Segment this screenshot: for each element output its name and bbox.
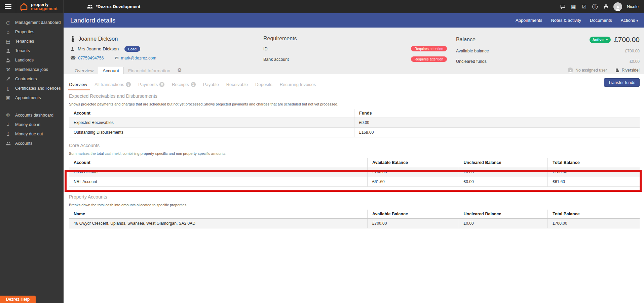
- nav-documents[interactable]: Documents: [590, 18, 612, 23]
- gauge-icon: ◷: [5, 20, 11, 25]
- gear-icon[interactable]: ⚙: [177, 67, 182, 73]
- workspace-name: *Dezrez Development: [96, 4, 140, 9]
- table-row: Expected Receivables £0.00: [69, 118, 640, 127]
- available-balance-value: £700.00: [625, 49, 640, 53]
- sidebar-item-money-due-out[interactable]: ↥ Money due out: [0, 129, 64, 139]
- requirement-bank-label: Bank account: [263, 57, 289, 62]
- subtab-receipts[interactable]: Receipts1: [172, 82, 196, 87]
- assigned-user[interactable]: No assigned user: [568, 68, 607, 73]
- subtab-recurring-invoices[interactable]: Recurring Invoices: [280, 82, 316, 87]
- workspace-switcher[interactable]: *Dezrez Development: [87, 4, 140, 9]
- section-title: Property Accounts: [69, 194, 640, 200]
- email-link[interactable]: mark@dezrez.com: [121, 56, 156, 60]
- alerts-icon[interactable]: !: [592, 4, 598, 10]
- sidebar-item-accounts[interactable]: Accounts: [0, 139, 64, 148]
- sidebar-item-management-dashboard[interactable]: ◷ Management dashboard: [0, 18, 64, 27]
- sidebar-item-contractors[interactable]: Contractors: [0, 74, 64, 84]
- subtab-receivable[interactable]: Receivable: [226, 82, 248, 87]
- office-building-icon: [615, 68, 619, 73]
- sidebar-item-accounts-dashboard[interactable]: © Accounts dashboard: [0, 111, 64, 120]
- column-header: Total Balance: [548, 158, 640, 167]
- landlord-identity: Joanne Dickson Mrs Joanne Dickson Lead ☎…: [70, 36, 156, 60]
- subtab-payable[interactable]: Payable: [203, 82, 219, 87]
- landlord-name: Joanne Dickson: [78, 36, 118, 42]
- female-person-icon: [70, 36, 75, 42]
- count-badge: 1: [191, 82, 196, 87]
- envelope-icon: ✉: [115, 55, 119, 60]
- subtab-deposits[interactable]: Deposits: [255, 82, 272, 87]
- column-header: Total Balance: [548, 210, 640, 218]
- requirement-id-label: ID: [263, 47, 268, 51]
- sidebar-item-appointments[interactable]: ▣ Appointments: [0, 93, 64, 102]
- column-header: Funds: [354, 109, 640, 118]
- sidebar-item-landlords[interactable]: Landlords: [0, 55, 64, 65]
- expected-receivables-section: Expected Receivables and Disbursements S…: [69, 93, 640, 137]
- lead-badge[interactable]: Lead: [124, 46, 140, 52]
- person-key-icon: [5, 58, 11, 62]
- coin-icon: ©: [5, 113, 11, 118]
- cash-account-row: Cash Account £700.00 £0.00 £700.00: [69, 167, 640, 177]
- hamburger-menu-icon[interactable]: [0, 0, 16, 13]
- app-window: property management *Dezrez Development …: [0, 0, 644, 303]
- certificate-icon: ▯: [5, 86, 11, 91]
- tray-up-icon: ↥: [5, 131, 11, 137]
- table-row: Outstanding Disbursements £168.00: [69, 127, 640, 137]
- person-icon: [70, 47, 75, 51]
- calendar-icon: ▣: [5, 95, 11, 100]
- nrl-account-row: NRL Account £61.60 £0.00 £61.60: [69, 177, 640, 186]
- column-header: Uncleared Balance: [459, 210, 548, 218]
- brand-logo[interactable]: property management: [16, 0, 64, 13]
- printer-icon[interactable]: [603, 4, 609, 10]
- subtab-payments[interactable]: Payments0: [138, 82, 164, 87]
- sidebar-item-tenants[interactable]: Tenants: [0, 46, 64, 55]
- core-accounts-table: Account Available Balance Uncleared Bala…: [69, 158, 640, 187]
- sidebar-item-tenancies[interactable]: ▤ Tenancies: [0, 37, 64, 46]
- section-description: Summarises the total cash held, combinin…: [69, 152, 640, 156]
- tab-overview[interactable]: Overview: [70, 67, 98, 74]
- sidebar-item-properties[interactable]: ⌂ Properties: [0, 27, 64, 37]
- nav-actions-dropdown[interactable]: Actions▾: [621, 18, 638, 23]
- active-status-dropdown[interactable]: Active▾: [590, 37, 611, 43]
- transfer-funds-button[interactable]: Transfer funds: [604, 78, 640, 87]
- tray-down-icon: ↧: [5, 122, 11, 127]
- section-title: Core Accounts: [69, 143, 640, 148]
- tasks-checkbox-icon[interactable]: ☑: [581, 4, 587, 10]
- user-name[interactable]: Nicole: [627, 4, 639, 9]
- property-row: 46 Gwydr Crescent, Uplands, Swansea, Wes…: [69, 218, 640, 228]
- section-description: Breaks down the total cash into amounts …: [69, 203, 640, 207]
- account-content: Overview All transactions5 Payments0 Rec…: [64, 74, 644, 303]
- sidebar: ◷ Management dashboard ⌂ Properties ▤ Te…: [0, 13, 64, 303]
- phone-link[interactable]: 07759494756: [78, 56, 104, 60]
- exclamation-glyph: !: [592, 4, 598, 9]
- main-area: Landlord details Appointments Notes & ac…: [64, 13, 644, 303]
- user-avatar[interactable]: [613, 2, 622, 11]
- calculator-icon[interactable]: ▦: [570, 4, 576, 10]
- sidebar-item-certificates[interactable]: ▯ Certificates and licences: [0, 84, 64, 93]
- chat-bubble-icon[interactable]: [560, 4, 566, 10]
- nav-appointments[interactable]: Appointments: [516, 18, 542, 23]
- sidebar-item-money-due-in[interactable]: ↧ Money due in: [0, 120, 64, 129]
- requires-attention-badge[interactable]: Requires attention: [411, 56, 447, 62]
- branch-indicator[interactable]: Riverside!: [615, 68, 640, 73]
- nav-notes-activity[interactable]: Notes & activity: [551, 18, 581, 23]
- subtab-overview[interactable]: Overview: [69, 82, 87, 87]
- expected-receivables-table: Account Funds Expected Receivables £0.00…: [69, 109, 640, 137]
- phone-icon: ☎: [70, 55, 76, 60]
- count-badge: 0: [159, 82, 164, 87]
- column-header: Account: [69, 158, 368, 167]
- detail-tabs: Overview Account Financial Information ⚙…: [64, 67, 644, 74]
- tab-account[interactable]: Account: [98, 67, 124, 74]
- requirements-panel: Requirements ID Requires attention Bank …: [263, 36, 447, 62]
- person-icon: [5, 49, 11, 53]
- sidebar-item-maintenance-jobs[interactable]: ⚒ Maintenance jobs: [0, 65, 64, 74]
- page-header-nav: Appointments Notes & activity Documents …: [516, 18, 638, 23]
- document-grid-icon: ▤: [5, 39, 11, 44]
- dezrez-help-button[interactable]: Dezrez Help: [0, 296, 36, 303]
- column-header: Name: [69, 210, 368, 218]
- requires-attention-badge[interactable]: Requires attention: [411, 46, 447, 51]
- uncleared-funds-label: Uncleared funds: [456, 59, 487, 64]
- property-accounts-section: Property Accounts Breaks down the total …: [69, 194, 640, 228]
- subtab-all-transactions[interactable]: All transactions5: [94, 82, 131, 87]
- count-badge: 5: [126, 82, 131, 87]
- tab-financial-information[interactable]: Financial Information: [124, 67, 175, 74]
